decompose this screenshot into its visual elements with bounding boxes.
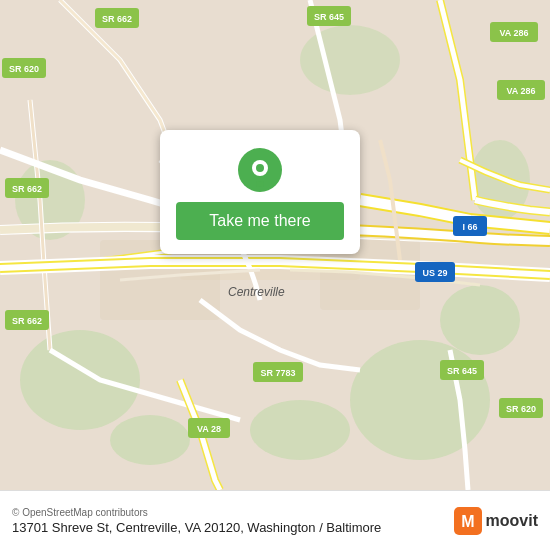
svg-point-3 (440, 285, 520, 355)
svg-point-4 (250, 400, 350, 460)
svg-text:I 66: I 66 (462, 222, 477, 232)
svg-point-41 (256, 164, 264, 172)
svg-point-8 (300, 25, 400, 95)
svg-point-5 (110, 415, 190, 465)
moovit-icon: M (454, 507, 482, 535)
svg-text:M: M (461, 513, 474, 530)
svg-text:Centreville: Centreville (228, 285, 285, 299)
svg-point-1 (20, 330, 140, 430)
svg-text:SR 662: SR 662 (102, 14, 132, 24)
svg-text:SR 662: SR 662 (12, 316, 42, 326)
svg-text:VA 286: VA 286 (506, 86, 535, 96)
svg-text:SR 620: SR 620 (506, 404, 536, 414)
svg-text:US 29: US 29 (422, 268, 447, 278)
address-text: 13701 Shreve St, Centreville, VA 20120, … (12, 520, 381, 535)
moovit-logo: M moovit (454, 507, 538, 535)
map-container: SR 662 SR 662 SR 662 SR 620 SR 620 SR 64… (0, 0, 550, 490)
svg-text:VA 286: VA 286 (499, 28, 528, 38)
take-me-there-button[interactable]: Take me there (176, 202, 344, 240)
svg-point-2 (350, 340, 490, 460)
svg-point-42 (256, 181, 264, 187)
svg-text:SR 620: SR 620 (9, 64, 39, 74)
svg-text:SR 645: SR 645 (447, 366, 477, 376)
navigation-card: Take me there (160, 130, 360, 254)
footer: © OpenStreetMap contributors 13701 Shrev… (0, 490, 550, 550)
svg-text:SR 645: SR 645 (314, 12, 344, 22)
svg-text:SR 662: SR 662 (12, 184, 42, 194)
map-pin-icon (238, 148, 282, 192)
footer-left: © OpenStreetMap contributors 13701 Shrev… (12, 507, 381, 535)
moovit-text: moovit (486, 512, 538, 530)
svg-text:VA 28: VA 28 (197, 424, 221, 434)
openstreetmap-credit: © OpenStreetMap contributors (12, 507, 381, 518)
svg-text:SR 7783: SR 7783 (260, 368, 295, 378)
